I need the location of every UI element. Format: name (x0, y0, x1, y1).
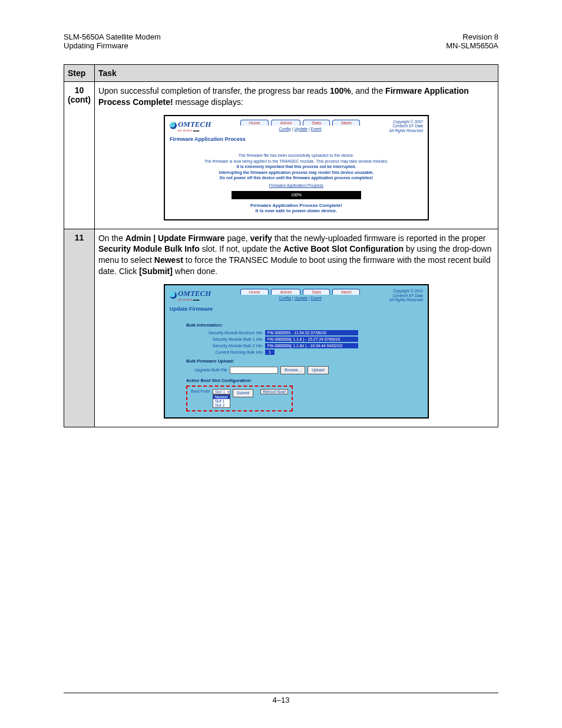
tab-maint[interactable]: Maint (332, 120, 360, 126)
tab-home[interactable]: Home (240, 289, 269, 295)
step-10-cont: 10 (cont) (64, 82, 95, 229)
bulk1-value: FW-0000058( 1.1.8 ) - 15:27:24 07/06/10 (265, 337, 358, 342)
page-number: 4–13 (273, 696, 290, 704)
hdr-left-2: Updating Firmware (64, 41, 161, 50)
group-boot-config: Active Boot Slot Configuration: (186, 378, 423, 383)
step-11: 11 (64, 229, 95, 427)
section-title: Firmware Application Process (170, 136, 423, 142)
submit-button[interactable]: Submit (233, 389, 253, 397)
upload-button[interactable]: Upload (308, 366, 329, 374)
comtech-logo: OMTECH EF DATA ▬▬ (170, 120, 211, 132)
bulk2-value: FW-0000058( 1.1.8d ) - 16:34:44 04/02/10 (265, 343, 358, 348)
bootrom-row: Security Module Bootrom Info FW-0000059 … (186, 330, 423, 335)
hdr-left-1: SLM-5650A Satellite Modem (64, 32, 161, 41)
copyright: Copyright © 2007Comtech EF DataAll Right… (389, 120, 423, 133)
hdr-right-1: Revision 8 (446, 32, 498, 41)
complete-message: Firmware Application Process Complete!It… (170, 203, 423, 213)
globe-icon (170, 122, 177, 129)
progress-percent: 100% (232, 192, 361, 199)
firmware-messages: The firmware file has been successfully … (170, 153, 423, 188)
boot-from-label: Boot From (191, 389, 210, 393)
tab-admin[interactable]: Admin (271, 120, 300, 126)
link-event[interactable]: Event (311, 127, 322, 131)
link-update[interactable]: Update (294, 296, 308, 300)
bootrom-value: FW-0000059 - 11:54:32 07/06/10 (265, 330, 358, 335)
bulk2-row: Security Module Bulk 2 Info FW-0000058( … (186, 343, 423, 348)
page-header: SLM-5650A Satellite Modem Updating Firmw… (64, 32, 498, 50)
tab-stats[interactable]: Stats (303, 120, 330, 126)
progress-link[interactable]: Firmware Application Progress (170, 183, 423, 188)
running-value: 1 (265, 350, 275, 355)
globe-icon (170, 292, 177, 299)
option-newest[interactable]: Newest (213, 395, 230, 399)
update-firmware-screenshot: OMTECH EF DATA ▬▬ Home Admin Stats Maint (164, 284, 429, 418)
tab-maint[interactable]: Maint (332, 289, 360, 295)
browse-button[interactable]: Browse... (280, 366, 305, 374)
tab-stats[interactable]: Stats (303, 289, 330, 295)
link-config[interactable]: Config (279, 296, 290, 300)
group-upload: Bulk Firmware Upload: (186, 358, 423, 364)
upload-label: Upgrade Bulk File (186, 368, 227, 372)
section-title: Update Firmware (170, 306, 423, 312)
row11-text: On the Admin | Update Firmware page, ver… (98, 233, 494, 278)
firmware-progress-screenshot: OMTECH EF DATA ▬▬ Home Admin Stats Maint (164, 115, 429, 220)
col-step: Step (64, 65, 95, 82)
page-footer: 4–13 (64, 693, 498, 704)
option-slot2[interactable]: Slot 2 (213, 403, 230, 407)
link-config[interactable]: Config (279, 127, 290, 131)
tab-admin[interactable]: Admin (271, 289, 300, 295)
highlight-box: Boot From Slot 1 Newest Slot 1 Slot 2 (186, 386, 293, 411)
progress-bar: 100% (232, 191, 361, 199)
col-task: Task (94, 65, 498, 82)
upload-field[interactable] (230, 367, 278, 374)
sublinks: Config | Update | Event (240, 296, 361, 300)
tab-home[interactable]: Home (240, 120, 269, 126)
link-update[interactable]: Update (294, 127, 308, 131)
sublinks: Config | Update | Event (240, 127, 361, 131)
copyright: Copyright © 2010Comtech EF DataAll Right… (389, 289, 423, 302)
row10-text: Upon successful completion of transfer, … (98, 85, 494, 108)
link-event[interactable]: Event (311, 296, 322, 300)
boot-from-select[interactable]: Slot 1 (213, 389, 230, 394)
comtech-logo: OMTECH EF DATA ▬▬ (170, 289, 211, 301)
running-row: Current Running Bulk Info 1 (186, 350, 423, 355)
procedure-table: Step Task 10 (cont) Upon successful comp… (64, 64, 498, 427)
boot-from-options[interactable]: Newest Slot 1 Slot 2 (213, 394, 230, 408)
bulk1-row: Security Module Bulk 1 Info FW-0000058( … (186, 337, 423, 342)
option-slot1[interactable]: Slot 1 (213, 399, 230, 403)
hdr-right-2: MN-SLM5650A (446, 41, 498, 50)
reboot-button[interactable]: Reboot Now! (260, 389, 288, 394)
group-bulk-info: Bulk Information: (186, 322, 423, 328)
